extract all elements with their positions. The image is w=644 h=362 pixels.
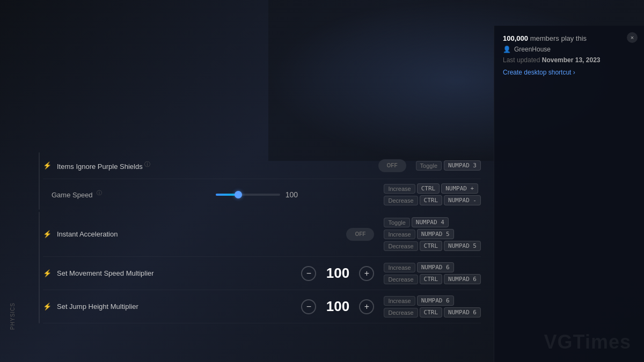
game-speed-row: Game Speed ⓘ 100 Increase xyxy=(43,179,481,210)
increase-label-jump-height: Increase xyxy=(384,296,415,306)
stepper-movement-value: 100 xyxy=(321,265,354,282)
shortcuts-movement-speed: Increase NUMPAD 6 Decrease CTRL NUMPAD 6 xyxy=(384,262,481,284)
decrease-label-instant-accel: Decrease xyxy=(384,241,418,251)
mod-toggle-items-ignore[interactable]: OFF xyxy=(378,159,406,172)
slider-track xyxy=(216,194,280,196)
decrease-movement-speed-button[interactable]: − xyxy=(301,266,316,281)
toggle-row-instant-accel: Toggle NUMPAD 4 xyxy=(384,217,481,227)
author-person-icon: 👤 xyxy=(503,46,511,53)
mod-toggle-instant-accel[interactable]: OFF xyxy=(346,228,374,241)
lightning-icon-jump-height: ⚡ xyxy=(43,302,52,311)
increase-label-movement-speed: Increase xyxy=(384,263,415,272)
lightning-icon-movement-speed: ⚡ xyxy=(43,269,52,277)
info-icon-items-ignore[interactable]: ⓘ xyxy=(144,161,150,167)
shortcuts-game-speed: Increase CTRL NUMPAD + Decrease CTRL NUM… xyxy=(384,183,481,205)
mod-section-items-ignore: ⚡ Items Ignore Purple Shields ⓘ OFF Togg… xyxy=(39,152,481,210)
info-panel: × 100,000 members play this 👤 GreenHouse… xyxy=(494,26,644,362)
mod-row-items-ignore: ⚡ Items Ignore Purple Shields ⓘ OFF Togg… xyxy=(43,152,481,179)
increase-row-movement-speed: Increase NUMPAD 6 xyxy=(384,262,481,272)
key-numpad6-jh-inc: NUMPAD 6 xyxy=(417,295,454,306)
key-numpad3: NUMPAD 3 xyxy=(444,160,481,171)
mod-row-movement-speed: ⚡ Set Movement Speed Multiplier − 100 + … xyxy=(43,257,481,290)
mod-row-instant-accel: ⚡ Instant Acceleration OFF Toggle NUMPAD… xyxy=(43,212,481,257)
section-line xyxy=(39,152,40,210)
increase-movement-speed-button[interactable]: + xyxy=(359,266,374,281)
lightning-icon-items-ignore: ⚡ xyxy=(43,161,52,169)
slider-thumb[interactable] xyxy=(235,191,242,198)
members-text: members play this xyxy=(530,34,587,42)
key-numpad6-ms-inc: NUMPAD 6 xyxy=(417,262,454,272)
mod-row-jump-height: ⚡ Set Jump Height Multiplier − 100 + Inc… xyxy=(43,290,481,323)
mod-name-items-ignore: Items Ignore Purple Shields ⓘ xyxy=(57,160,373,171)
decrease-row-jump-height: Decrease CTRL NUMPAD 6 xyxy=(384,307,481,317)
shortcuts-items-ignore: Toggle NUMPAD 3 xyxy=(416,160,481,171)
author-name: GreenHouse xyxy=(514,46,551,53)
physics-section-line xyxy=(39,212,40,323)
increase-row-instant-accel: Increase NUMPAD 5 xyxy=(384,229,481,239)
increase-label-instant-accel: Increase xyxy=(384,230,415,239)
physics-section: ⚡ Instant Acceleration OFF Toggle NUMPAD… xyxy=(39,212,481,323)
shortcuts-instant-accel: Toggle NUMPAD 4 Increase NUMPAD 5 Decrea… xyxy=(384,217,481,251)
increase-row-jump-height: Increase NUMPAD 6 xyxy=(384,295,481,306)
app-container: W 🔍 Search games Home My games Explore C… xyxy=(0,0,644,362)
toggle-label-items-ignore: Toggle xyxy=(416,161,442,171)
mod-name-movement-speed: Set Movement Speed Multiplier xyxy=(57,269,291,277)
create-shortcut-link[interactable]: Create desktop shortcut › xyxy=(503,69,575,76)
members-count: 100,000 members play this xyxy=(503,34,635,42)
stepper-jump-value: 100 xyxy=(321,298,354,315)
stepper-movement-speed: − 100 + xyxy=(301,265,374,282)
stepper-jump-height: − 100 + xyxy=(301,298,374,315)
ctrl-key-inc: CTRL xyxy=(417,183,440,194)
decrease-label-jump-height: Decrease xyxy=(384,308,418,317)
key-numpad5-dec: NUMPAD 5 xyxy=(444,241,481,251)
last-updated-date: November 13, 2023 xyxy=(542,56,601,64)
mod-name-jump-height: Set Jump Height Multiplier xyxy=(57,302,291,311)
decrease-row-movement-speed: Decrease CTRL NUMPAD 6 xyxy=(384,274,481,284)
info-icon-game-speed[interactable]: ⓘ xyxy=(97,190,102,196)
decrease-label-movement-speed: Decrease xyxy=(384,275,418,284)
game-speed-name: Game Speed ⓘ xyxy=(43,189,216,199)
slider-value: 100 xyxy=(286,190,302,199)
decrease-row-instant-accel: Decrease CTRL NUMPAD 5 xyxy=(384,241,481,251)
slider-game-speed[interactable]: 100 xyxy=(216,190,380,199)
ctrl-key-dec: CTRL xyxy=(420,195,443,205)
decrease-jump-height-button[interactable]: − xyxy=(301,299,316,314)
key-numpad5-inc: NUMPAD 5 xyxy=(417,229,454,239)
toggle-label-instant-accel: Toggle xyxy=(384,218,409,227)
shortcuts-jump-height: Increase NUMPAD 6 Decrease CTRL NUMPAD 6 xyxy=(384,295,481,317)
decrease-row-game-speed: Decrease CTRL NUMPAD - xyxy=(384,195,481,205)
increase-label-game-speed: Increase xyxy=(384,184,415,194)
last-updated: Last updated November 13, 2023 xyxy=(503,56,635,64)
numpad-plus-key: NUMPAD + xyxy=(441,183,478,194)
numpad-minus-key: NUMPAD - xyxy=(444,195,481,205)
key-numpad4: NUMPAD 4 xyxy=(412,217,449,227)
physics-label: Physics xyxy=(10,302,16,330)
author-row: 👤 GreenHouse xyxy=(503,46,635,53)
mod-name-instant-accel: Instant Acceleration xyxy=(57,230,341,238)
lightning-icon-instant-accel: ⚡ xyxy=(43,230,52,238)
members-number: 100,000 xyxy=(503,34,528,42)
key-numpad6-ms-dec: NUMPAD 6 xyxy=(444,274,481,284)
last-updated-label: Last updated xyxy=(503,56,540,64)
increase-row-game-speed: Increase CTRL NUMPAD + xyxy=(384,183,481,194)
increase-jump-height-button[interactable]: + xyxy=(359,299,374,314)
key-numpad6-jh-dec: NUMPAD 6 xyxy=(444,307,481,317)
info-close-button[interactable]: × xyxy=(627,32,638,43)
decrease-label-game-speed: Decrease xyxy=(384,196,418,205)
ctrl-key-ms-dec: CTRL xyxy=(420,274,443,284)
ctrl-key-ia-dec: CTRL xyxy=(420,241,443,251)
ctrl-key-jh-dec: CTRL xyxy=(420,307,443,317)
